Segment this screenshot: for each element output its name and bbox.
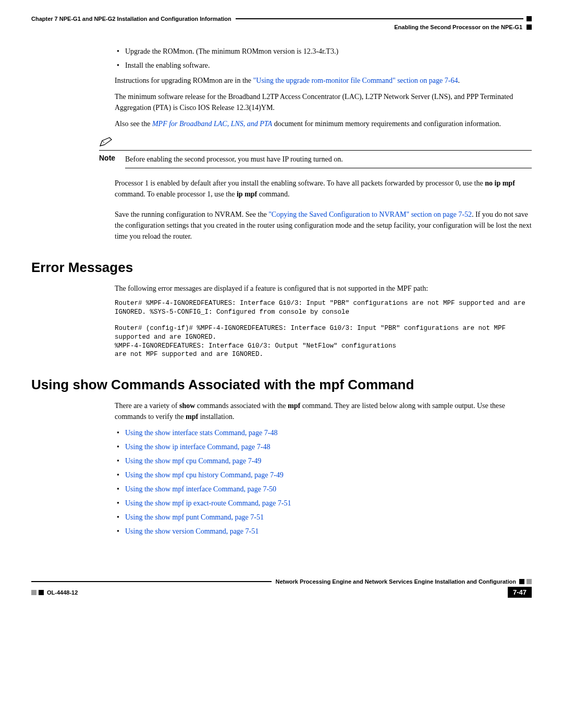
paragraph: Save the running configuration to NVRAM.… [115,209,532,242]
list-item: Using the show mpf ip exact-route Comman… [115,498,532,509]
chapter-label: Chapter 7 NPE-G1 and NPE-G2 Installation… [31,16,231,22]
paragraph: The following error messages are display… [115,283,532,294]
paragraph: Processor 1 is enabled by default after … [115,178,532,200]
page-number: 7-47 [508,587,532,598]
after-note-block: Processor 1 is enabled by default after … [115,178,532,242]
list-item: Using the show version Command, page 7-5… [115,526,532,537]
error-messages-heading: Error Messages [31,260,532,276]
list-item: Using the show mpf cpu history Command, … [115,470,532,480]
show-link[interactable]: Using the show mpf cpu history Command, … [125,471,284,479]
section-label: Enabling the Second Processor on the NPE… [394,24,522,30]
footer: Network Processing Engine and Network Se… [31,578,532,598]
note-block: Note Before enabling the second processo… [31,137,532,168]
list-item: Upgrade the ROMmon. (The minimum ROMmon … [115,46,532,57]
footer-marker [39,590,44,595]
footer-marker [519,579,524,584]
list-item: Using the show mpf punt Command, page 7-… [115,512,532,523]
paragraph: There are a variety of show commands ass… [115,400,532,422]
doc-id: OL-4448-12 [47,589,78,596]
show-link[interactable]: Using the show ip interface Command, pag… [125,443,270,451]
paragraph: Instructions for upgrading ROMmon are in… [115,75,532,86]
running-header: Chapter 7 NPE-G1 and NPE-G2 Installation… [31,16,532,22]
show-link[interactable]: Using the show version Command, page 7-5… [125,527,259,535]
header-marker [527,16,532,21]
footer-marker [31,590,36,595]
footer-bottom: OL-4448-12 7-47 [31,587,532,598]
note-label: Note [99,150,125,168]
subheader-marker [527,24,532,30]
show-link[interactable]: Using the show mpf interface Command, pa… [125,485,276,493]
code-block: Router# %MPF-4-IGNOREDFEATURES: Interfac… [115,299,532,317]
show-link[interactable]: Using the show mpf ip exact-route Comman… [125,499,291,507]
list-item: Using the show interface stats Command, … [115,427,532,438]
show-link[interactable]: Using the show mpf cpu Command, page 7-4… [125,457,261,465]
show-commands-heading: Using show Commands Associated with the … [31,377,532,393]
code-block: Router# (config-if)# %MPF-4-IGNOREDFEATU… [115,324,532,360]
paragraph: Also see the MPF for Broadband LAC, LNS,… [115,118,532,129]
nvram-link[interactable]: "Copying the Saved Configuration to NVRA… [268,211,472,218]
rommon-link[interactable]: "Using the upgrade rom-monitor file Comm… [253,77,458,84]
show-links-list: Using the show interface stats Command, … [115,427,532,537]
show-link[interactable]: Using the show interface stats Command, … [125,429,277,437]
mpf-doc-link[interactable]: MPF for Broadband LAC, LNS, and PTA [152,120,272,128]
note-text: Before enabling the second processor, yo… [125,150,532,168]
running-subheader: Enabling the Second Processor on the NPE… [31,24,532,30]
footer-title: Network Processing Engine and Network Se… [276,578,516,585]
list-item: Using the show mpf cpu Command, page 7-4… [115,455,532,466]
intro-block: Upgrade the ROMmon. (The minimum ROMmon … [115,46,532,129]
footer-title-row: Network Processing Engine and Network Se… [31,578,532,585]
list-item: Using the show mpf interface Command, pa… [115,484,532,495]
footer-rule [31,581,272,582]
list-item: Install the enabling software. [115,60,532,71]
header-rule [236,18,523,19]
page: Chapter 7 NPE-G1 and NPE-G2 Installation… [0,0,563,619]
footer-marker [527,579,532,584]
intro-bullets: Upgrade the ROMmon. (The minimum ROMmon … [115,46,532,71]
pencil-icon [99,137,532,149]
show-block: There are a variety of show commands ass… [115,400,532,537]
list-item: Using the show ip interface Command, pag… [115,441,532,452]
error-block: The following error messages are display… [115,283,532,359]
show-link[interactable]: Using the show mpf punt Command, page 7-… [125,513,264,521]
paragraph: The minimum software release for the Bro… [115,91,532,113]
